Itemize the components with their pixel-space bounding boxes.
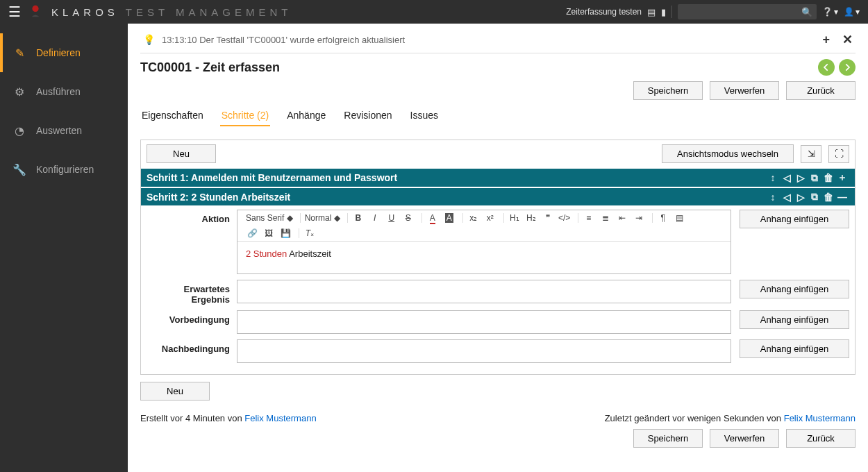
- prev-button[interactable]: [818, 59, 835, 76]
- tab-anhaenge[interactable]: Anhänge: [285, 107, 327, 126]
- tab-revisionen[interactable]: Revisionen: [342, 107, 393, 126]
- toggle-view-button[interactable]: Ansichtsmodus wechseln: [662, 144, 794, 163]
- next-step-icon[interactable]: ▷: [794, 192, 808, 203]
- menu-hamburger-icon[interactable]: ☰: [8, 3, 21, 20]
- delete-step-icon[interactable]: 🗑: [821, 172, 835, 183]
- underline-icon[interactable]: U: [385, 213, 398, 223]
- tab-issues[interactable]: Issues: [409, 107, 440, 126]
- prev-step-icon[interactable]: ◁: [780, 172, 794, 183]
- sidebar-item-auswerten[interactable]: ◔ Auswerten: [0, 111, 128, 150]
- back-button[interactable]: Zurück: [786, 429, 856, 448]
- search-icon[interactable]: 🔍: [801, 7, 812, 17]
- fullscreen-icon[interactable]: ⛶: [828, 145, 849, 163]
- main-content: 💡 13:13:10 Der Testfall 'TC00001' wurde …: [128, 24, 868, 472]
- quick-link[interactable]: Zeiterfassung testen: [566, 7, 642, 17]
- topbar: ☰ KLAROS TEST MANAGEMENT Zeiterfassung t…: [0, 0, 868, 24]
- sidebar-item-ausfuehren[interactable]: ⚙ Ausführen: [0, 72, 128, 111]
- tab-schritte[interactable]: Schritte (2): [220, 107, 270, 126]
- gear-icon: ⚙: [12, 85, 26, 99]
- help-menu[interactable]: ❔▾: [822, 7, 838, 17]
- step-1-header[interactable]: Schritt 1: Anmelden mit Benutzernamen un…: [141, 169, 855, 187]
- expand-step-icon[interactable]: ＋: [835, 171, 849, 184]
- list-ul-icon[interactable]: ≣: [599, 213, 612, 223]
- expected-input[interactable]: [237, 280, 731, 303]
- code-icon[interactable]: </>: [558, 213, 571, 223]
- global-search-input[interactable]: [682, 7, 801, 17]
- attach-button[interactable]: Anhang einfügen: [740, 280, 849, 298]
- move-handle-icon[interactable]: ↕: [766, 192, 780, 203]
- user-menu[interactable]: 👤▾: [844, 7, 860, 17]
- modified-user-link[interactable]: Felix Mustermann: [784, 413, 856, 423]
- quote-icon[interactable]: ❞: [542, 213, 554, 223]
- precondition-input[interactable]: [237, 310, 731, 334]
- attach-button[interactable]: Anhang einfügen: [740, 310, 849, 329]
- rich-editor: Sans Serif ◆ Normal ◆ B I U S: [237, 210, 731, 274]
- tab-eigenschaften[interactable]: Eigenschaften: [140, 107, 205, 126]
- highlight-icon[interactable]: A: [443, 213, 456, 223]
- h2-icon[interactable]: H₂: [525, 213, 537, 223]
- image-icon[interactable]: 🖼: [262, 228, 275, 238]
- created-user-link[interactable]: Felix Mustermann: [244, 413, 316, 423]
- delete-step-icon[interactable]: 🗑: [821, 192, 835, 203]
- attach-button[interactable]: Anhang einfügen: [740, 210, 849, 228]
- edit-icon: ✎: [12, 47, 26, 60]
- copy-step-icon[interactable]: ⧉: [808, 172, 821, 184]
- sidebar-item-label: Ausführen: [36, 86, 81, 97]
- indent-icon[interactable]: ⇥: [633, 213, 645, 223]
- discard-button[interactable]: Verwerfen: [710, 81, 779, 100]
- close-message-button[interactable]: ✕: [840, 32, 856, 47]
- step-2-header[interactable]: Schritt 2: 2 Stunden Arbeitszeit ↕ ◁ ▷ ⧉…: [141, 188, 855, 205]
- global-search[interactable]: 🔍: [678, 4, 817, 19]
- new-step-bottom-button[interactable]: Neu: [140, 382, 210, 401]
- field-aktion: Aktion Sans Serif ◆ Normal ◆: [147, 210, 849, 274]
- list-ol-icon[interactable]: ≡: [583, 213, 595, 223]
- superscript-icon[interactable]: x²: [484, 213, 496, 223]
- attach-button[interactable]: Anhang einfügen: [740, 339, 849, 358]
- user-icon: 👤: [844, 7, 854, 17]
- sidebar-item-definieren[interactable]: ✎ Definieren: [0, 33, 128, 72]
- font-family-select[interactable]: Sans Serif ◆: [246, 213, 293, 223]
- top-button-row: Speichern Verwerfen Zurück: [140, 81, 856, 100]
- bold-icon[interactable]: B: [352, 213, 365, 223]
- copy-step-icon[interactable]: ⧉: [808, 191, 821, 203]
- next-button[interactable]: [839, 59, 856, 76]
- postcondition-input[interactable]: [237, 339, 731, 363]
- save-content-icon[interactable]: 💾: [279, 228, 292, 238]
- field-erwartet: Erwartetes Ergebnis Anhang einfügen: [147, 280, 849, 305]
- back-button[interactable]: Zurück: [786, 81, 856, 100]
- strike-icon[interactable]: S: [402, 213, 415, 223]
- new-step-button[interactable]: Neu: [147, 144, 216, 163]
- sidebar-item-konfigurieren[interactable]: 🔧 Konfigurieren: [0, 150, 128, 189]
- link-icon[interactable]: 🔗: [246, 228, 258, 238]
- save-button[interactable]: Speichern: [633, 429, 703, 448]
- italic-icon[interactable]: I: [369, 213, 381, 223]
- outdent-icon[interactable]: ⇤: [616, 213, 628, 223]
- collapse-all-icon[interactable]: ⇲: [801, 145, 821, 163]
- h1-icon[interactable]: H₁: [508, 213, 521, 223]
- bottom-new-row: Neu: [140, 375, 856, 407]
- prev-step-icon[interactable]: ◁: [780, 192, 794, 203]
- text-color-icon[interactable]: A: [426, 213, 439, 223]
- clear-format-icon[interactable]: Tₓ: [303, 228, 316, 238]
- save-button[interactable]: Speichern: [633, 81, 703, 100]
- editor-content[interactable]: 2 Stunden Arbeitszeit: [237, 242, 731, 273]
- subscript-icon[interactable]: x₂: [467, 213, 480, 223]
- page-title: TC00001 - Zeit erfassen: [140, 60, 280, 75]
- move-handle-icon[interactable]: ↕: [766, 172, 780, 183]
- info-message: 13:13:10 Der Testfall 'TC00001' wurde er…: [162, 35, 405, 45]
- align-icon[interactable]: ▤: [674, 213, 686, 223]
- chart-icon: ◔: [12, 124, 26, 137]
- direction-icon[interactable]: ¶: [657, 213, 669, 223]
- field-nachbedingung: Nachbedingung Anhang einfügen: [147, 339, 849, 363]
- bookmark-icon[interactable]: ▮: [661, 7, 666, 17]
- archive-icon[interactable]: ▤: [647, 7, 656, 17]
- font-size-select[interactable]: Normal ◆: [305, 213, 340, 223]
- add-message-button[interactable]: +: [819, 33, 833, 47]
- collapse-step-icon[interactable]: —: [835, 192, 849, 203]
- discard-button[interactable]: Verwerfen: [710, 429, 779, 448]
- app-logo-icon: [28, 4, 43, 19]
- help-icon: ❔: [822, 7, 833, 17]
- label-aktion: Aktion: [147, 210, 237, 224]
- next-step-icon[interactable]: ▷: [794, 172, 808, 183]
- steps-toolbar: Neu Ansichtsmodus wechseln ⇲ ⛶: [141, 140, 855, 167]
